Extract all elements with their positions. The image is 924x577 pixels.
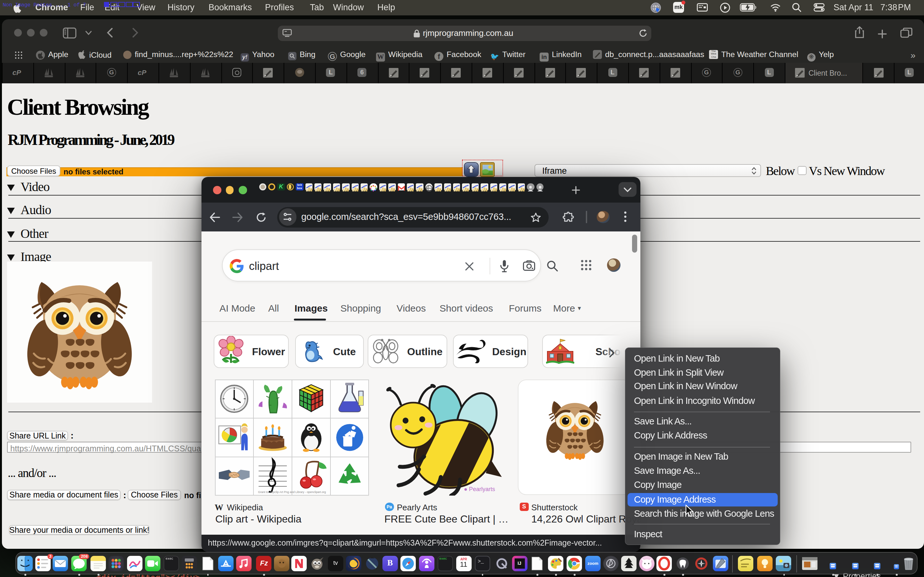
svg-text:Grant to: Wpclip Art Png and L: Grant to: Wpclip Art Png and Library - o…	[258, 490, 326, 494]
svg-text:● Pearlyarts: ● Pearlyarts	[464, 486, 495, 492]
